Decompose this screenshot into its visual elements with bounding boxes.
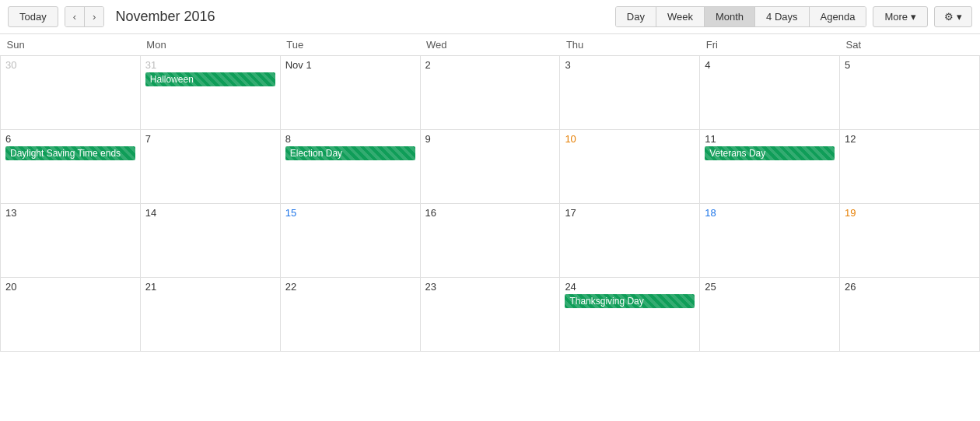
calendar-cell[interactable]: 23 xyxy=(420,278,560,352)
view-4days-button[interactable]: 4 Days xyxy=(755,7,809,26)
calendar-grid: Sun Mon Tue Wed Thu Fri Sat 3031Hallowee… xyxy=(0,34,980,352)
calendar-cell[interactable]: 2 xyxy=(420,56,560,130)
event-bar[interactable]: Thanksgiving Day xyxy=(565,294,695,308)
day-number: 7 xyxy=(145,133,275,145)
calendar-cell[interactable]: 12 xyxy=(840,130,980,204)
event-bar[interactable]: Election Day xyxy=(285,146,415,160)
calendar-cell[interactable]: 10 xyxy=(560,130,700,204)
day-number: 10 xyxy=(565,133,695,145)
more-label: More xyxy=(884,11,908,23)
calendar-cell[interactable]: 25 xyxy=(700,278,840,352)
month-title: November 2016 xyxy=(115,9,608,25)
day-number: 3 xyxy=(565,59,695,71)
calendar-cell[interactable]: 19 xyxy=(840,204,980,278)
day-number: 17 xyxy=(565,207,695,219)
day-number: 4 xyxy=(705,59,835,71)
col-header-sun: Sun xyxy=(1,34,141,56)
day-number: 20 xyxy=(5,281,135,293)
day-number: 6 xyxy=(5,133,135,145)
more-button[interactable]: More ▾ xyxy=(873,6,928,27)
calendar-cell[interactable]: 31Halloween xyxy=(140,56,280,130)
today-button[interactable]: Today xyxy=(8,6,58,27)
nav-buttons: ‹ › xyxy=(65,6,105,27)
event-bar[interactable]: Halloween xyxy=(145,72,275,86)
day-number: 13 xyxy=(5,207,135,219)
calendar-cell[interactable]: 18 xyxy=(700,204,840,278)
calendar-cell[interactable]: 14 xyxy=(140,204,280,278)
calendar-cell[interactable]: 16 xyxy=(420,204,560,278)
day-number: 14 xyxy=(145,207,275,219)
col-header-fri: Fri xyxy=(700,34,840,56)
calendar-cell[interactable]: 3 xyxy=(560,56,700,130)
calendar-cell[interactable]: 9 xyxy=(420,130,560,204)
day-number: 21 xyxy=(145,281,275,293)
event-bar[interactable]: Veterans Day xyxy=(705,146,835,160)
calendar-cell[interactable]: 30 xyxy=(1,56,141,130)
view-day-button[interactable]: Day xyxy=(616,7,656,26)
more-dropdown-icon: ▾ xyxy=(911,11,916,23)
col-header-sat: Sat xyxy=(840,34,980,56)
calendar-cell[interactable]: 26 xyxy=(840,278,980,352)
calendar-cell[interactable]: 11Veterans Day xyxy=(700,130,840,204)
calendar-cell[interactable]: 24Thanksgiving Day xyxy=(560,278,700,352)
day-number: 23 xyxy=(425,281,555,293)
view-buttons: Day Week Month 4 Days Agenda xyxy=(615,6,867,27)
view-week-button[interactable]: Week xyxy=(656,7,705,26)
day-number: 24 xyxy=(565,281,695,293)
col-header-mon: Mon xyxy=(140,34,280,56)
calendar-cell[interactable]: 8Election Day xyxy=(280,130,420,204)
calendar-header: Today ‹ › November 2016 Day Week Month 4… xyxy=(0,0,980,34)
calendar-cell[interactable]: Nov 1 xyxy=(280,56,420,130)
settings-button[interactable]: ⚙ ▾ xyxy=(934,6,972,27)
col-header-thu: Thu xyxy=(560,34,700,56)
calendar-cell[interactable]: 4 xyxy=(700,56,840,130)
calendar-cell[interactable]: 5 xyxy=(840,56,980,130)
calendar-cell[interactable]: 17 xyxy=(560,204,700,278)
col-header-wed: Wed xyxy=(420,34,560,56)
event-bar[interactable]: Daylight Saving Time ends xyxy=(5,146,135,160)
calendar-cell[interactable]: 13 xyxy=(1,204,141,278)
next-button[interactable]: › xyxy=(85,7,103,26)
day-number: 19 xyxy=(845,207,975,219)
view-agenda-button[interactable]: Agenda xyxy=(810,7,866,26)
calendar-cell[interactable]: 6Daylight Saving Time ends xyxy=(1,130,141,204)
settings-icon: ⚙ xyxy=(944,11,954,23)
calendar-cell[interactable]: 15 xyxy=(280,204,420,278)
view-month-button[interactable]: Month xyxy=(705,7,755,26)
day-number: Nov 1 xyxy=(285,59,415,71)
calendar-cell[interactable]: 7 xyxy=(140,130,280,204)
day-number: 5 xyxy=(845,59,975,71)
day-number: 2 xyxy=(425,59,555,71)
day-number: 9 xyxy=(425,133,555,145)
day-number: 8 xyxy=(285,133,415,145)
day-number: 25 xyxy=(705,281,835,293)
day-number: 12 xyxy=(845,133,975,145)
day-number: 31 xyxy=(145,59,275,71)
day-number: 30 xyxy=(5,59,135,71)
day-number: 18 xyxy=(705,207,835,219)
calendar-cell[interactable]: 21 xyxy=(140,278,280,352)
day-number: 22 xyxy=(285,281,415,293)
day-number: 26 xyxy=(845,281,975,293)
calendar-cell[interactable]: 22 xyxy=(280,278,420,352)
day-number: 16 xyxy=(425,207,555,219)
prev-button[interactable]: ‹ xyxy=(65,7,85,26)
day-number: 15 xyxy=(285,207,415,219)
settings-dropdown-icon: ▾ xyxy=(957,11,962,23)
calendar-cell[interactable]: 20 xyxy=(1,278,141,352)
col-header-tue: Tue xyxy=(280,34,420,56)
day-number: 11 xyxy=(705,133,835,145)
